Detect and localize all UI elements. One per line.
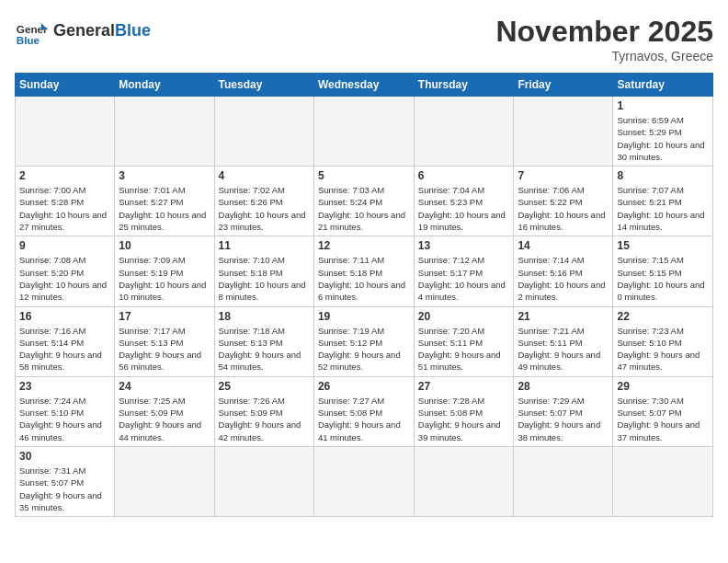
day-number: 20 [418,310,510,323]
day-info: Sunrise: 7:28 AMSunset: 5:08 PMDaylight:… [418,395,510,443]
month-title: November 2025 [495,15,713,49]
day-info: Sunrise: 7:19 AMSunset: 5:12 PMDaylight:… [318,325,410,373]
header-wednesday: Wednesday [313,74,414,97]
day-number: 8 [617,169,709,182]
header-tuesday: Tuesday [214,74,313,97]
empty-cell [613,446,713,516]
day-info: Sunrise: 7:30 AMSunset: 5:07 PMDaylight:… [617,395,709,443]
day-number: 15 [617,239,709,252]
calendar-row-3: 9Sunrise: 7:08 AMSunset: 5:20 PMDaylight… [16,236,713,306]
empty-cell [16,97,115,167]
logo-text: GeneralBlue [53,22,151,40]
day-cell-13: 13Sunrise: 7:12 AMSunset: 5:17 PMDayligh… [414,236,514,306]
day-cell-7: 7Sunrise: 7:06 AMSunset: 5:22 PMDaylight… [514,167,613,236]
day-cell-21: 21Sunrise: 7:21 AMSunset: 5:11 PMDayligh… [514,306,613,376]
day-number: 29 [617,380,709,393]
day-info: Sunrise: 7:17 AMSunset: 5:13 PMDaylight:… [119,325,210,373]
day-info: Sunrise: 7:23 AMSunset: 5:10 PMDaylight:… [617,325,709,373]
calendar-table: Sunday Monday Tuesday Wednesday Thursday… [15,73,713,517]
day-cell-8: 8Sunrise: 7:07 AMSunset: 5:21 PMDaylight… [613,167,713,236]
day-info: Sunrise: 7:08 AMSunset: 5:20 PMDaylight:… [19,254,110,303]
day-cell-29: 29Sunrise: 7:30 AMSunset: 5:07 PMDayligh… [613,376,713,446]
calendar-row-2: 2Sunrise: 7:00 AMSunset: 5:28 PMDaylight… [16,167,713,236]
day-cell-24: 24Sunrise: 7:25 AMSunset: 5:09 PMDayligh… [115,376,214,446]
day-info: Sunrise: 7:20 AMSunset: 5:11 PMDaylight:… [418,325,510,373]
day-cell-10: 10Sunrise: 7:09 AMSunset: 5:19 PMDayligh… [115,236,214,306]
day-number: 30 [19,450,110,463]
empty-cell [214,446,313,516]
header-thursday: Thursday [414,74,514,97]
day-info: Sunrise: 7:06 AMSunset: 5:22 PMDaylight:… [518,184,609,233]
day-cell-4: 4Sunrise: 7:02 AMSunset: 5:26 PMDaylight… [214,167,313,236]
header-monday: Monday [115,74,214,97]
day-number: 10 [119,239,210,252]
day-cell-25: 25Sunrise: 7:26 AMSunset: 5:09 PMDayligh… [214,376,313,446]
day-info: Sunrise: 7:01 AMSunset: 5:27 PMDaylight:… [119,184,210,233]
day-info: Sunrise: 7:26 AMSunset: 5:09 PMDaylight:… [219,395,310,443]
day-number: 26 [318,380,410,393]
empty-cell [514,446,613,516]
title-block: November 2025 Tyrnavos, Greece [495,15,713,63]
weekday-header-row: Sunday Monday Tuesday Wednesday Thursday… [16,74,713,97]
empty-cell [214,97,313,167]
day-info: Sunrise: 7:03 AMSunset: 5:24 PMDaylight:… [318,184,410,233]
header-saturday: Saturday [613,74,713,97]
day-cell-12: 12Sunrise: 7:11 AMSunset: 5:18 PMDayligh… [313,236,414,306]
empty-cell [115,446,214,516]
day-number: 3 [119,169,210,182]
calendar-row-5: 23Sunrise: 7:24 AMSunset: 5:10 PMDayligh… [16,376,713,446]
day-number: 25 [219,380,310,393]
day-cell-23: 23Sunrise: 7:24 AMSunset: 5:10 PMDayligh… [16,376,115,446]
day-number: 21 [518,310,609,323]
logo: General Blue GeneralBlue [15,15,151,48]
day-info: Sunrise: 7:09 AMSunset: 5:19 PMDaylight:… [119,254,210,303]
day-number: 18 [219,310,310,323]
day-number: 28 [518,380,609,393]
day-number: 13 [418,239,510,252]
day-info: Sunrise: 7:27 AMSunset: 5:08 PMDaylight:… [318,395,410,443]
day-cell-28: 28Sunrise: 7:29 AMSunset: 5:07 PMDayligh… [514,376,613,446]
day-cell-15: 15Sunrise: 7:15 AMSunset: 5:15 PMDayligh… [613,236,713,306]
day-cell-3: 3Sunrise: 7:01 AMSunset: 5:27 PMDaylight… [115,167,214,236]
day-info: Sunrise: 7:02 AMSunset: 5:26 PMDaylight:… [219,184,310,233]
day-info: Sunrise: 7:16 AMSunset: 5:14 PMDaylight:… [19,325,110,373]
day-info: Sunrise: 6:59 AMSunset: 5:29 PMDaylight:… [617,114,709,163]
day-cell-20: 20Sunrise: 7:20 AMSunset: 5:11 PMDayligh… [414,306,514,376]
day-cell-2: 2Sunrise: 7:00 AMSunset: 5:28 PMDaylight… [16,167,115,236]
header-friday: Friday [514,74,613,97]
day-cell-6: 6Sunrise: 7:04 AMSunset: 5:23 PMDaylight… [414,167,514,236]
day-number: 23 [19,380,110,393]
empty-cell [414,446,514,516]
day-cell-17: 17Sunrise: 7:17 AMSunset: 5:13 PMDayligh… [115,306,214,376]
day-cell-22: 22Sunrise: 7:23 AMSunset: 5:10 PMDayligh… [613,306,713,376]
day-cell-26: 26Sunrise: 7:27 AMSunset: 5:08 PMDayligh… [313,376,414,446]
calendar-row-6: 30Sunrise: 7:31 AMSunset: 5:07 PMDayligh… [16,446,713,516]
day-info: Sunrise: 7:11 AMSunset: 5:18 PMDaylight:… [318,254,410,303]
day-number: 7 [518,169,609,182]
day-number: 11 [219,239,310,252]
page-header: General Blue GeneralBlue November 2025 T… [15,15,713,63]
day-number: 17 [119,310,210,323]
day-info: Sunrise: 7:10 AMSunset: 5:18 PMDaylight:… [219,254,310,303]
day-cell-11: 11Sunrise: 7:10 AMSunset: 5:18 PMDayligh… [214,236,313,306]
day-cell-1: 1Sunrise: 6:59 AMSunset: 5:29 PMDaylight… [613,97,713,167]
day-number: 9 [19,239,110,252]
svg-text:Blue: Blue [17,34,40,46]
day-number: 1 [617,99,709,112]
day-cell-14: 14Sunrise: 7:14 AMSunset: 5:16 PMDayligh… [514,236,613,306]
day-info: Sunrise: 7:25 AMSunset: 5:09 PMDaylight:… [119,395,210,443]
day-info: Sunrise: 7:31 AMSunset: 5:07 PMDaylight:… [19,465,110,513]
empty-cell [414,97,514,167]
day-cell-30: 30Sunrise: 7:31 AMSunset: 5:07 PMDayligh… [16,446,115,516]
day-info: Sunrise: 7:14 AMSunset: 5:16 PMDaylight:… [518,254,609,303]
day-cell-16: 16Sunrise: 7:16 AMSunset: 5:14 PMDayligh… [16,306,115,376]
day-number: 5 [318,169,410,182]
day-info: Sunrise: 7:00 AMSunset: 5:28 PMDaylight:… [19,184,110,233]
day-info: Sunrise: 7:18 AMSunset: 5:13 PMDaylight:… [219,325,310,373]
day-number: 24 [119,380,210,393]
day-info: Sunrise: 7:04 AMSunset: 5:23 PMDaylight:… [418,184,510,233]
empty-cell [313,446,414,516]
day-number: 16 [19,310,110,323]
day-number: 4 [219,169,310,182]
day-number: 6 [418,169,510,182]
